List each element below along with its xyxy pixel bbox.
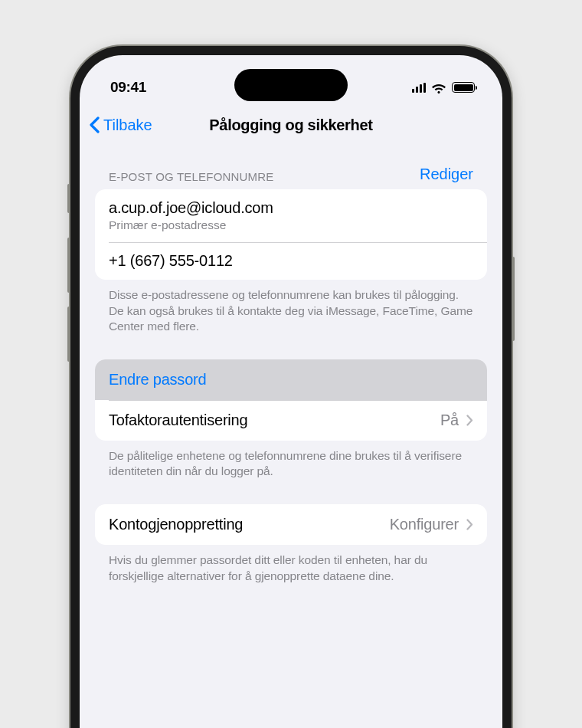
phone-power-button — [512, 257, 515, 341]
chevron-right-icon — [466, 415, 473, 426]
recovery-footer: Hvis du glemmer passordet ditt eller kod… — [95, 545, 487, 584]
wifi-icon — [431, 82, 446, 93]
change-password-label: Endre passord — [109, 371, 206, 389]
phone-volume-up — [67, 238, 70, 293]
recovery-card: Kontogjenoppretting Konfigurer — [95, 504, 487, 545]
email-row[interactable]: a.cup.of.joe@icloud.com Primær e-postadr… — [95, 189, 487, 242]
recovery-label: Kontogjenoppretting — [109, 516, 243, 533]
contacts-card: a.cup.of.joe@icloud.com Primær e-postadr… — [95, 189, 487, 280]
phone-value: +1 (667) 555-0112 — [109, 252, 473, 270]
two-factor-label: Tofaktorautentisering — [109, 412, 247, 429]
phone-row[interactable]: +1 (667) 555-0112 — [95, 242, 487, 280]
email-caption: Primær e-postadresse — [109, 218, 473, 232]
back-label: Tilbake — [103, 116, 152, 134]
recovery-value: Konfigurer — [390, 516, 459, 533]
security-card: Endre passord Tofaktorautentisering På — [95, 359, 487, 441]
two-factor-trailing: På — [440, 412, 473, 429]
recovery-trailing: Konfigurer — [390, 516, 473, 533]
phone-screen: 09:41 Tilbake Pålogging og sikk — [80, 55, 502, 728]
contacts-header: E-POST OG TELEFONNUMRE — [109, 170, 274, 183]
chevron-right-icon — [466, 519, 473, 530]
change-password-row[interactable]: Endre passord — [95, 359, 487, 400]
email-value: a.cup.of.joe@icloud.com — [109, 199, 473, 217]
contacts-header-row: E-POST OG TELEFONNUMRE Rediger — [95, 152, 487, 189]
content: E-POST OG TELEFONNUMRE Rediger a.cup.of.… — [80, 144, 502, 584]
two-factor-value: På — [440, 412, 459, 429]
phone-frame: 09:41 Tilbake Pålogging og sikk — [70, 46, 512, 728]
edit-button[interactable]: Rediger — [420, 166, 473, 183]
chevron-left-icon — [89, 116, 100, 133]
contacts-footer: Disse e-postadressene og telefonnumrene … — [95, 280, 487, 335]
status-time: 09:41 — [110, 79, 146, 96]
dynamic-island — [234, 69, 348, 101]
status-icons — [412, 82, 476, 93]
phone-volume-down — [67, 307, 70, 362]
security-footer: De pålitelige enhetene og telefonnumrene… — [95, 441, 487, 480]
account-recovery-row[interactable]: Kontogjenoppretting Konfigurer — [95, 504, 487, 545]
battery-icon — [452, 82, 475, 93]
back-button[interactable]: Tilbake — [89, 116, 152, 134]
nav-bar: Tilbake Pålogging og sikkerhet — [80, 106, 502, 144]
cellular-icon — [412, 83, 427, 93]
phone-silence-switch — [67, 184, 70, 213]
two-factor-row[interactable]: Tofaktorautentisering På — [95, 400, 487, 441]
